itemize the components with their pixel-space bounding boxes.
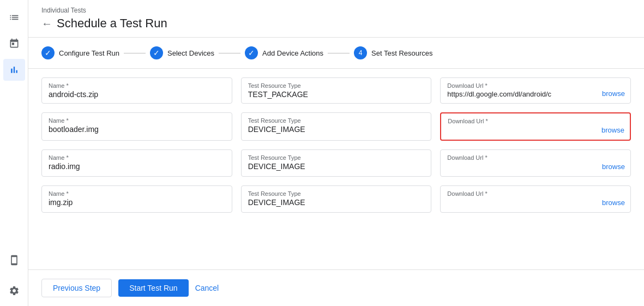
type-value-4[interactable]: DEVICE_IMAGE (248, 198, 425, 207)
connector-2 (219, 53, 240, 53)
breadcrumb: Individual Tests (41, 7, 631, 14)
name-field-1: Name * android-cts.zip (41, 77, 232, 104)
type-value-2[interactable]: DEVICE_IMAGE (248, 125, 425, 134)
url-value-2[interactable] (448, 125, 623, 135)
step-4-label: Set Test Resources (371, 49, 432, 57)
step-1-label: Configure Test Run (59, 49, 119, 57)
name-field-2: Name * bootloader.img (41, 112, 232, 141)
back-button[interactable]: ← (41, 18, 52, 29)
connector-1 (124, 53, 146, 53)
cancel-button[interactable]: Cancel (195, 284, 219, 292)
name-value-2[interactable]: bootloader.img (49, 125, 225, 134)
resource-row-1: Name * android-cts.zip Test Resource Typ… (41, 77, 631, 104)
sidebar-icon-list[interactable] (3, 7, 25, 28)
stepper: ✓ Configure Test Run ✓ Select Devices ✓ … (28, 38, 644, 69)
content-area: Name * android-cts.zip Test Resource Typ… (28, 69, 644, 269)
type-label-3: Test Resource Type (248, 154, 425, 161)
sidebar-icon-chart[interactable] (3, 59, 25, 81)
step-1-circle: ✓ (41, 46, 55, 59)
url-value-4[interactable] (447, 198, 624, 208)
name-label-3: Name * (49, 154, 225, 161)
step-1: ✓ Configure Test Run (41, 46, 119, 59)
start-test-run-button[interactable]: Start Test Run (118, 279, 188, 297)
step-2-circle: ✓ (150, 46, 163, 59)
header: Individual Tests ← Schedule a Test Run (28, 0, 644, 38)
previous-step-button[interactable]: Previous Step (41, 279, 112, 297)
browse-button-1[interactable]: browse (602, 89, 625, 98)
resource-row-2: Name * bootloader.img Test Resource Type… (41, 112, 631, 141)
step-4: 4 Set Test Resources (354, 46, 432, 59)
name-field-4: Name * img.zip (41, 185, 232, 213)
name-value-1[interactable]: android-cts.zip (49, 90, 225, 99)
type-field-3: Test Resource Type DEVICE_IMAGE (241, 149, 432, 177)
step-3-circle: ✓ (245, 46, 258, 59)
url-label-3: Download Url * (447, 154, 624, 161)
type-label-1: Test Resource Type (248, 82, 425, 89)
connector-3 (328, 53, 350, 53)
sidebar-icon-calendar[interactable] (3, 33, 25, 55)
url-field-1: Download Url * https://dl.google.com/dl/… (440, 77, 631, 104)
sidebar-icon-settings[interactable] (3, 280, 25, 302)
name-label-2: Name * (49, 117, 225, 124)
resource-row-4: Name * img.zip Test Resource Type DEVICE… (41, 185, 631, 213)
url-label-4: Download Url * (447, 190, 624, 197)
type-field-2: Test Resource Type DEVICE_IMAGE (241, 112, 432, 141)
main-content: Individual Tests ← Schedule a Test Run ✓… (28, 0, 644, 306)
type-label-4: Test Resource Type (248, 190, 425, 197)
browse-button-2[interactable]: browse (601, 126, 624, 134)
browse-button-4[interactable]: browse (602, 199, 625, 207)
step-3-label: Add Device Actions (262, 49, 323, 57)
url-value-1[interactable]: https://dl.google.com/dl/android/c (447, 90, 591, 98)
type-value-1[interactable]: TEST_PACKAGE (248, 90, 425, 99)
name-value-4[interactable]: img.zip (49, 198, 225, 207)
type-label-2: Test Resource Type (248, 117, 425, 124)
type-field-1: Test Resource Type TEST_PACKAGE (241, 77, 432, 104)
name-label-1: Name * (49, 82, 225, 89)
step-2-label: Select Devices (167, 49, 214, 57)
step-2: ✓ Select Devices (150, 46, 214, 59)
url-field-4: Download Url * browse (440, 185, 631, 213)
step-4-circle: 4 (354, 46, 367, 59)
url-field-3: Download Url * browse (440, 149, 631, 177)
name-label-4: Name * (49, 190, 225, 197)
name-field-3: Name * radio.img (41, 149, 232, 177)
page-title: Schedule a Test Run (57, 16, 167, 31)
type-field-4: Test Resource Type DEVICE_IMAGE (241, 185, 432, 213)
url-label-2: Download Url * (448, 118, 623, 124)
url-label-1: Download Url * (447, 82, 624, 89)
url-field-2: Download Url * browse (440, 112, 631, 141)
url-value-3[interactable] (447, 162, 624, 172)
name-value-3[interactable]: radio.img (49, 162, 225, 171)
browse-button-3[interactable]: browse (602, 163, 625, 171)
footer: Previous Step Start Test Run Cancel (28, 269, 644, 306)
resource-row-3: Name * radio.img Test Resource Type DEVI… (41, 149, 631, 177)
step-3: ✓ Add Device Actions (245, 46, 323, 59)
sidebar (0, 0, 28, 306)
sidebar-icon-phone[interactable] (3, 249, 25, 271)
type-value-3[interactable]: DEVICE_IMAGE (248, 162, 425, 171)
